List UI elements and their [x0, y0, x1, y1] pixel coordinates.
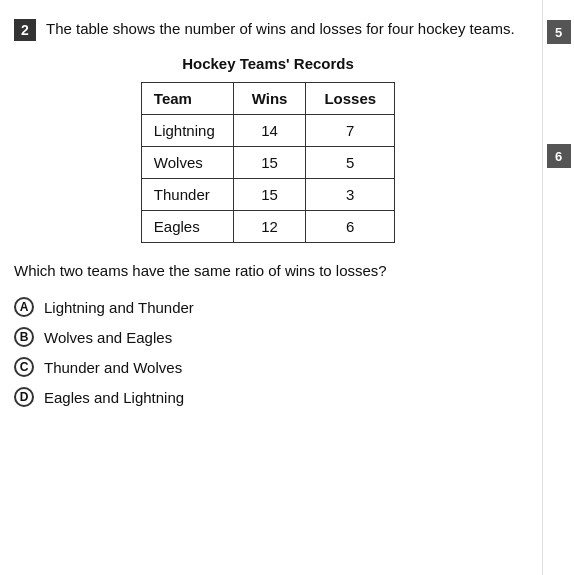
table-title: Hockey Teams' Records — [14, 55, 522, 72]
right-sidebar: 5 6 — [542, 0, 574, 575]
table-row: Wolves155 — [141, 147, 394, 179]
option-label-b: Wolves and Eagles — [44, 329, 172, 346]
hockey-table: Team Wins Losses Lightning147Wolves155Th… — [141, 82, 395, 243]
option-circle-d: D — [14, 387, 34, 407]
table-row: Lightning147 — [141, 115, 394, 147]
answer-option-c[interactable]: CThunder and Wolves — [14, 357, 522, 377]
table-cell: 7 — [306, 115, 395, 147]
table-cell: Eagles — [141, 211, 233, 243]
question-prompt: Which two teams have the same ratio of w… — [14, 259, 522, 283]
answer-option-d[interactable]: DEagles and Lightning — [14, 387, 522, 407]
table-cell: 6 — [306, 211, 395, 243]
option-label-d: Eagles and Lightning — [44, 389, 184, 406]
question-description: The table shows the number of wins and l… — [46, 18, 515, 41]
page-container: 2 The table shows the number of wins and… — [0, 0, 574, 575]
table-cell: 5 — [306, 147, 395, 179]
main-content: 2 The table shows the number of wins and… — [0, 0, 542, 575]
table-cell: 3 — [306, 179, 395, 211]
answer-options: ALightning and ThunderBWolves and Eagles… — [14, 297, 522, 407]
table-cell: Lightning — [141, 115, 233, 147]
col-header-losses: Losses — [306, 83, 395, 115]
table-cell: Thunder — [141, 179, 233, 211]
table-cell: 15 — [233, 147, 306, 179]
table-row: Thunder153 — [141, 179, 394, 211]
option-circle-c: C — [14, 357, 34, 377]
answer-option-b[interactable]: BWolves and Eagles — [14, 327, 522, 347]
col-header-team: Team — [141, 83, 233, 115]
sidebar-badge-2: 6 — [547, 144, 571, 168]
option-circle-a: A — [14, 297, 34, 317]
table-cell: 14 — [233, 115, 306, 147]
table-cell: 15 — [233, 179, 306, 211]
table-row: Eagles126 — [141, 211, 394, 243]
col-header-wins: Wins — [233, 83, 306, 115]
table-header-row: Team Wins Losses — [141, 83, 394, 115]
option-label-a: Lightning and Thunder — [44, 299, 194, 316]
sidebar-badge-1: 5 — [547, 20, 571, 44]
table-cell: 12 — [233, 211, 306, 243]
table-cell: Wolves — [141, 147, 233, 179]
option-label-c: Thunder and Wolves — [44, 359, 182, 376]
question-header: 2 The table shows the number of wins and… — [14, 18, 522, 41]
question-number: 2 — [14, 19, 36, 41]
answer-option-a[interactable]: ALightning and Thunder — [14, 297, 522, 317]
option-circle-b: B — [14, 327, 34, 347]
